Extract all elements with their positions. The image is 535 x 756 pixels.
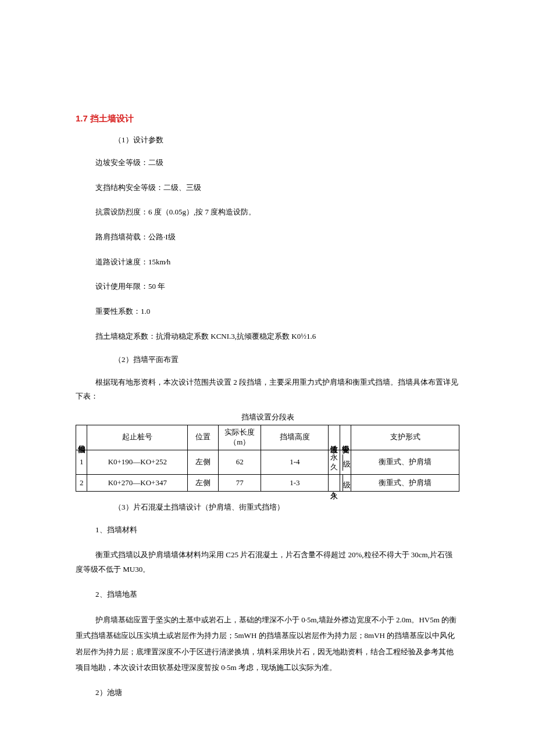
th-height: 挡墙高度	[261, 425, 329, 450]
cell-nature: 永久	[329, 450, 340, 475]
cell-safety: 级	[340, 450, 351, 475]
param-line: 路肩挡墙荷载：公路∙I级	[95, 230, 459, 245]
layout-text: 根据现有地形资料，本次设计范围共设置 2 段挡墙，主要采用重力式护肩墙和衡重式挡…	[76, 375, 459, 404]
table-row: 2 K0+270—KO+347 左侧 77 1-3 永久 级 衡重式、护肩墙	[76, 475, 459, 492]
cell-range: K0+190—KO+252	[87, 450, 188, 475]
heading-number: 1.7	[76, 113, 88, 123]
layout-label: （2）挡墙平面布置	[114, 354, 459, 365]
cell-location: 左侧	[188, 450, 219, 475]
table-title: 挡墙设置分段表	[76, 412, 459, 422]
cell-length: 62	[219, 450, 261, 475]
cell-id: 2	[76, 475, 87, 492]
cell-height: 1-4	[261, 450, 329, 475]
table-header-row: 挡墙编号 起止桩号 位置 实际长度（m） 挡墙高度 边坡性质 安全等级 支护形式	[76, 425, 459, 450]
material-text: 衡重式挡墙以及护肩墙墙体材料均采用 C25 片石混凝土，片石含量不得超过 20%…	[76, 548, 459, 576]
material-label: 1、挡墙材料	[95, 523, 459, 538]
foundation-text: 护肩墙基础应置于坚实的土基中或岩石上，基础的埋深不小于 0∙5m,墙趾外襟边宽度…	[76, 612, 459, 675]
cell-safety: 级	[340, 475, 351, 492]
th-id: 挡墙编号	[76, 425, 87, 450]
th-form: 支护形式	[351, 425, 459, 450]
cell-location: 左侧	[188, 475, 219, 492]
design-params-label: （1）设计参数	[114, 135, 459, 145]
pond-label: 2）池塘	[95, 686, 459, 700]
cell-form: 衡重式、护肩墙	[351, 475, 459, 492]
section-heading: 1.7 挡土墙设计	[76, 113, 459, 124]
foundation-label: 2、挡墙地基	[95, 587, 459, 602]
sec3-label: （3）片石混凝土挡墙设计（护肩墙、街重式挡培）	[114, 502, 459, 513]
param-line: 设计使用年限：50 年	[95, 280, 459, 294]
cell-nature: 永久	[329, 475, 340, 492]
segment-table: 挡墙编号 起止桩号 位置 实际长度（m） 挡墙高度 边坡性质 安全等级 支护形式…	[76, 425, 459, 492]
table-row: 1 K0+190—KO+252 左侧 62 1-4 永久 级 衡重式、护肩墙	[76, 450, 459, 475]
param-line: 道路设计速度：15km∕h	[95, 255, 459, 270]
param-line: 边坡安全等级：二级	[95, 156, 459, 170]
cell-length: 77	[219, 475, 261, 492]
heading-title: 挡土墙设计	[90, 114, 134, 123]
th-length: 实际长度（m）	[219, 425, 261, 450]
param-line: 抗震设防烈度：6 度（0.05g）,按 7 度构造设防。	[95, 205, 459, 220]
cell-form: 衡重式、护肩墙	[351, 450, 459, 475]
cell-id: 1	[76, 450, 87, 475]
th-location: 位置	[188, 425, 219, 450]
param-line: 支挡结构安全等级：二级、三级	[95, 181, 459, 195]
cell-range: K0+270—KO+347	[87, 475, 188, 492]
th-safety: 安全等级	[340, 425, 351, 450]
param-line: 挡土墙稳定系数：抗滑动稳定系数 KCNI.3,抗倾覆稳定系数 K0½1.6	[95, 329, 459, 344]
th-range: 起止桩号	[87, 425, 188, 450]
cell-height: 1-3	[261, 475, 329, 492]
param-line: 重要性系数：1.0	[95, 304, 459, 319]
th-nature: 边坡性质	[329, 425, 340, 450]
